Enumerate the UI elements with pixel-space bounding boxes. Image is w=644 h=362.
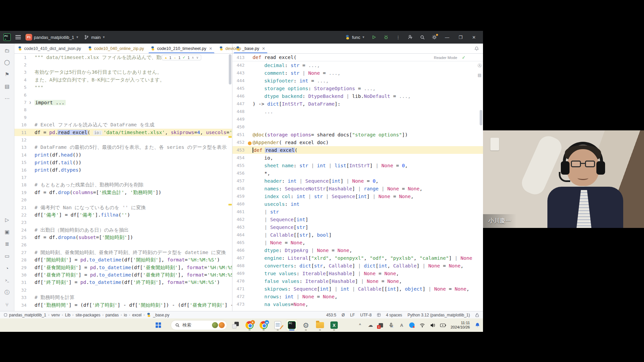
line-number[interactable]: 466	[232, 248, 247, 253]
line-number[interactable]: 454	[232, 155, 247, 160]
code-line[interactable]: 16print(df.dtypes)	[14, 166, 232, 174]
line-number[interactable]: 21	[14, 205, 29, 210]
intention-bulb-icon[interactable]	[248, 141, 252, 145]
line-number[interactable]: 413	[232, 55, 247, 60]
tab-close-icon[interactable]: ✕	[209, 46, 212, 51]
next-problem-icon[interactable]: ∨	[196, 56, 199, 59]
clock[interactable]: 11:112024/10/26	[450, 321, 470, 329]
search-box[interactable]: 検索	[171, 320, 227, 330]
toolwindow-commit-icon[interactable]: ◯	[4, 59, 10, 66]
code-line[interactable]: 23	[14, 219, 232, 226]
line-number[interactable]: 6	[14, 93, 29, 98]
ai-assistant-icon[interactable]: Ⓐ	[478, 63, 482, 69]
code-line[interactable]: 473 na_values=None,	[232, 300, 483, 308]
tray-onedrive-icon[interactable]: ☁	[367, 322, 373, 328]
line-number[interactable]: 442	[232, 63, 247, 68]
line-number[interactable]: 29	[14, 265, 29, 270]
code-line[interactable]: 457 header: int | Sequence[int] | None =…	[232, 177, 483, 185]
code-line[interactable]: 29df['昼食開始時刻'] = pd.to_datetime(df['昼食開始…	[14, 264, 232, 271]
toolwindow-structure-icon[interactable]: ▤	[4, 83, 10, 90]
start-button[interactable]	[153, 319, 164, 331]
code-line[interactable]: 462 | Sequence[int]	[232, 216, 483, 223]
window-minimize-button[interactable]: —	[443, 35, 451, 40]
code-line[interactable]: 6	[14, 91, 232, 99]
code-line[interactable]: 444 skipfooter: int = ...,	[232, 77, 483, 84]
code-line[interactable]: 442 decimal: str = ...,	[232, 61, 483, 69]
line-number[interactable]: 19	[14, 190, 29, 195]
line-number[interactable]: 4	[14, 77, 29, 82]
line-number[interactable]: 456	[232, 171, 247, 176]
tray-show-hidden-icons[interactable]: ^	[357, 322, 363, 328]
tray-app-badge-icon[interactable]	[378, 322, 384, 328]
file-encoding[interactable]: UTF-8	[360, 313, 372, 317]
code-line[interactable]: 7❯import ...	[14, 99, 232, 106]
code-line[interactable]: 34df['勤務時間'] = (df['終了時刻'] - df['開始時刻'])…	[14, 301, 232, 309]
taskbar-app-file-explorer[interactable]	[314, 319, 326, 331]
code-line[interactable]: 10# Excel ファイルを読み込んで DataFrame を生成	[14, 121, 232, 129]
tray-microphone-icon[interactable]	[388, 322, 394, 328]
code-line[interactable]: 24# 出勤日（開始時刻のある日）のみを抽出	[14, 226, 232, 234]
line-number[interactable]: 457	[232, 178, 247, 183]
code-line[interactable]: 22df['備考'] = df['備考'].fillna('')	[14, 211, 232, 219]
line-number[interactable]: 449	[232, 117, 247, 122]
breadcrumb-item[interactable]: venv	[51, 313, 60, 317]
code-line[interactable]: 445 storage_options: StorageOptions = ..…	[232, 84, 483, 92]
inspections-off-icon[interactable]: Ø	[341, 313, 344, 317]
run-button[interactable]	[371, 34, 377, 40]
taskbar-app-pycharm[interactable]: PC	[286, 319, 298, 331]
line-number[interactable]: 27	[14, 250, 29, 255]
settings-gear-icon[interactable]	[431, 34, 437, 40]
code-line[interactable]: 14print(df.head())	[14, 151, 232, 159]
code-line[interactable]: 32	[14, 286, 232, 294]
toolwindow-problems-icon[interactable]: ⓘ	[4, 289, 10, 296]
code-line[interactable]: 460 usecols: int	[232, 200, 483, 208]
line-number[interactable]: 469	[232, 271, 247, 276]
tray-app-icon-blue[interactable]	[409, 322, 415, 328]
code-with-me-icon[interactable]	[407, 34, 413, 40]
line-number[interactable]: 20	[14, 197, 29, 202]
code-editor-base-py[interactable]: Reader Mode ✓ Ⓐ ▤ 413def read_excel(442 …	[232, 54, 483, 311]
caret-position[interactable]: 453:5	[326, 313, 336, 317]
code-line[interactable]: 2	[14, 61, 232, 68]
code-line[interactable]: 459 index_col: int | str | Sequence[int]…	[232, 192, 483, 200]
tab-code10_410_dict_and_json.py[interactable]: code10_410_dict_and_json.py	[14, 44, 85, 53]
toolwindow-python-packages-icon[interactable]: ≣	[4, 241, 10, 247]
line-number[interactable]: 467	[232, 255, 247, 260]
inspection-widget[interactable]: ▲1 ▲1 ✓1 ∧ ∨	[162, 55, 201, 60]
warning-stripe-mark[interactable]	[228, 204, 232, 205]
code-line[interactable]: 443 comment: str | None = ...,	[232, 69, 483, 77]
code-editor-timesheet[interactable]: ▲1 ▲1 ✓1 ∧ ∨ 1""" data/timeseet.xlsx ファイ…	[14, 54, 232, 311]
code-line[interactable]: 30df['昼食終了時刻'] = pd.to_datetime(df['昼食終了…	[14, 271, 232, 279]
toolwindow-terminal-icon[interactable]: >_	[4, 277, 10, 284]
code-line[interactable]: 18# もともとあった残業合計、勤務時間の列を削除	[14, 181, 232, 189]
line-number[interactable]: 23	[14, 220, 29, 225]
line-number[interactable]: 30	[14, 273, 29, 278]
sticky-lines-icon[interactable]: ▤	[478, 73, 482, 77]
line-number[interactable]: 5	[14, 85, 29, 90]
line-number[interactable]: 7	[14, 100, 29, 105]
toolwindow-run-icon[interactable]: ▷	[4, 217, 10, 223]
breadcrumb-item[interactable]: excel	[132, 313, 142, 317]
scrollbar-thumb[interactable]	[229, 54, 231, 84]
toolwindow-bookmarks-icon[interactable]: ⚑	[4, 71, 10, 78]
line-number[interactable]: 15	[14, 160, 29, 165]
code-line[interactable]: 448 ...	[232, 108, 483, 115]
prev-problem-icon[interactable]: ∧	[192, 56, 194, 59]
code-line[interactable]: 446 dtype_backend: DtypeBackend | lib.No…	[232, 92, 483, 100]
line-number[interactable]: 14	[14, 153, 29, 158]
code-line[interactable]: 466 dtype: DtypeArg | None = None,	[232, 246, 483, 254]
tab-close-icon[interactable]: ✕	[262, 46, 265, 51]
taskbar-app-chrome-cloud[interactable]: ☁	[258, 319, 269, 331]
code-line[interactable]: 464 | Callable[[str], bool]	[232, 231, 483, 239]
breadcrumb-item[interactable]: site-packages	[75, 313, 100, 317]
code-line[interactable]: 31df['終了時刻'] = pd.to_datetime(df['終了時刻']…	[14, 279, 232, 286]
code-line[interactable]: 463 | Sequence[str]	[232, 223, 483, 231]
taskbar-app-notepad[interactable]	[272, 319, 283, 331]
line-number[interactable]: 22	[14, 213, 29, 218]
taskbar-app-chrome-k[interactable]: k	[244, 319, 255, 331]
code-line[interactable]: 33# 勤務時間を計算	[14, 294, 232, 301]
search-everywhere-icon[interactable]	[419, 34, 425, 40]
tab-code10_210_timesheet.py[interactable]: code10_210_timesheet.py✕	[147, 44, 216, 53]
code-line[interactable]: 19df = df.drop(columns=['残業合計', '勤務時間'])	[14, 189, 232, 196]
line-number[interactable]: 2	[14, 62, 29, 67]
